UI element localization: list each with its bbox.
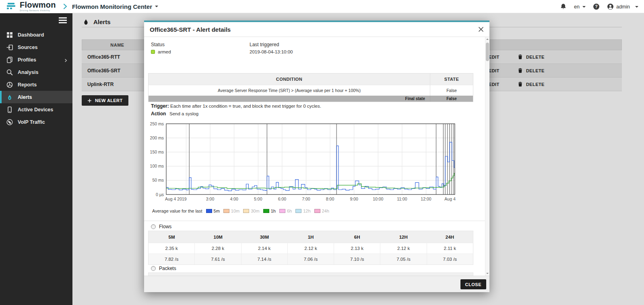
breadcrumb[interactable]: Flowmon Monitoring Center [72,3,158,10]
svg-text:8:00: 8:00 [326,197,334,201]
svg-text:12:00: 12:00 [421,197,431,201]
language-selector[interactable]: en [574,4,586,10]
sidebar-item-label: Dashboard [18,32,44,38]
plus-icon [87,98,92,103]
delete-button[interactable]: DELETE [518,68,545,73]
svg-text:Aug 4 2019: Aug 4 2019 [165,197,187,201]
packets-stats-table: 5M10M30M1H6H12H24H28.42 k23.68 k20.67 k1… [148,272,473,276]
stats-value: 7.82 /s [149,254,194,264]
modal-title: Office365-SRT - Alert details [150,26,231,33]
sidebar-item-label: VoIP Traffic [18,119,45,125]
sidebar-item-label: Alerts [18,94,32,100]
svg-text:4:00: 4:00 [230,197,238,201]
question-mark-icon: ? [593,3,600,10]
sidebar-item-sources[interactable]: Sources [0,41,72,53]
stats-row: 7.82 /s7.61 /s7.14 /s7.06 /s7.10 /s7.05 … [149,254,473,264]
sidebar-item-analysis[interactable]: Analysis [0,66,72,78]
column-header-name: NAME [82,43,153,47]
legend-item-12h[interactable]: 12h [295,209,310,213]
stats-column-header: 12H [380,231,427,243]
menu-toggle-hamburger-icon[interactable] [59,17,67,25]
last-triggered-label: Last triggered [250,42,279,47]
legend-swatch-icon [279,209,285,213]
svg-text:5:00: 5:00 [254,197,262,201]
stats-header-row: 5M10M30M1H6H12H24H [149,273,473,276]
alert-name: Office365-RTT [82,54,120,60]
analysis-icon [6,69,13,76]
legend-item-30m[interactable]: 30m [243,209,259,213]
alert-name: Uplink-RTR [82,82,114,87]
legend-item-1h[interactable]: 1h [263,209,276,213]
sidebar-item-active-devices[interactable]: Active Devices [0,103,72,116]
alert-name: Office365-SRT [82,68,120,74]
legend-item-24h[interactable]: 24h [314,209,329,213]
legend-item-5m[interactable]: 5m [206,209,220,213]
close-icon[interactable] [478,27,484,32]
chevron-right-icon [64,59,68,62]
stats-value: 2.12 k [380,243,426,254]
flows-stats-table: 5M10M30M1H6H12H24H2.35 k2.28 k2.14 k2.12… [148,231,473,265]
breadcrumb-title: Flowmon Monitoring Center [72,3,152,10]
sidebar-item-label: Analysis [18,70,38,75]
stats-value: 7.10 /s [334,254,380,264]
svg-text:7:00: 7:00 [302,197,310,201]
flowmon-logo-icon [6,2,17,11]
sources-icon [6,44,13,51]
sidebar-item-reports[interactable]: Reports [0,78,72,91]
srt-chart: 0 µs50 ms100 ms150 ms200 ms250 msAug 4 2… [149,120,469,203]
stats-column-header: 6H [334,231,380,243]
trigger-text: Each time after 1x condition = true, and… [170,104,321,108]
scroll-down-icon[interactable] [486,273,489,274]
final-state-value: False [430,96,473,102]
trash-icon [518,54,523,59]
top-bar: Flowmon Driving Network Visibility Flowm… [0,0,644,13]
trash-icon [518,82,523,87]
stats-column-header: 5M [149,273,195,276]
svg-text:3:00: 3:00 [206,197,215,201]
notifications-bell-icon[interactable] [560,3,567,10]
flows-radio[interactable] [151,224,156,229]
scroll-up-icon[interactable] [486,39,489,40]
sidebar-item-profiles[interactable]: Profiles [0,53,72,66]
page-header: Alerts [83,18,111,25]
delete-button[interactable]: DELETE [518,82,545,87]
sidebar-item-dashboard[interactable]: Dashboard [0,29,72,41]
flowmon-logo[interactable]: Flowmon Driving Network Visibility [6,1,56,12]
legend-item-10m[interactable]: 10m [223,209,239,213]
packets-radio-row[interactable]: Packets [151,266,176,271]
sidebar-item-alerts[interactable]: Alerts [0,91,72,103]
legend-prefix: Average value for the last [152,209,202,213]
sidebar-item-voip-traffic[interactable]: VoIP Traffic [0,116,72,128]
dashboard-icon [6,32,13,38]
divider [144,221,485,221]
condition-state: False [430,85,473,96]
user-avatar-icon [607,3,614,10]
delete-button[interactable]: DELETE [518,54,545,59]
status-led-icon [151,50,155,54]
page-title: Alerts [93,18,111,25]
flows-radio-row[interactable]: Flows [151,224,171,229]
profiles-icon [6,57,13,63]
legend-item-6h[interactable]: 6h [279,209,292,213]
stats-column-header: 24H [427,231,473,243]
scrollbar-thumb[interactable] [486,43,489,61]
trigger-label: Trigger: [151,103,169,109]
stats-value: 2.28 k [194,243,241,254]
legend-swatch-icon [206,209,212,213]
svg-text:100 ms: 100 ms [150,164,164,168]
stats-column-header: 5M [149,231,195,243]
packets-radio[interactable] [151,266,156,271]
user-name: admin [616,4,630,10]
stats-value: 2.13 k [334,243,380,254]
new-alert-button[interactable]: NEW ALERT [82,95,128,106]
condition-row: Average Server Response Time (SRT) > (Av… [149,85,473,96]
stats-column-header: 6H [334,273,380,276]
user-menu[interactable]: admin [607,3,638,10]
svg-text:9:00: 9:00 [350,197,358,201]
close-button[interactable]: CLOSE [460,279,486,289]
modal-scrollbar[interactable] [485,37,489,276]
stats-value: 7.14 /s [241,254,287,264]
help-icon[interactable]: ? [593,3,600,10]
logo-tagline: Driving Network Visibility [20,10,56,12]
stats-value: 2.11 k [427,243,473,254]
